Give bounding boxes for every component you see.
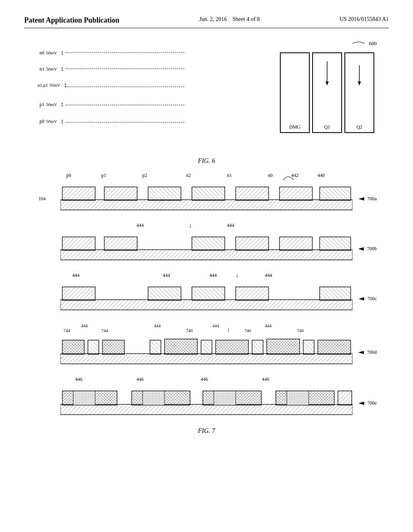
svg-rect-20 [63,237,95,250]
svg-rect-24 [280,237,312,250]
energy-line-n2p2 [65,87,184,87]
svg-rect-52 [60,404,353,414]
energy-label-p0: p0 50mV ↕ [32,118,64,125]
svg-rect-32 [320,287,351,300]
svg-700a [60,184,353,212]
svg-rect-23 [236,237,268,250]
svg-rect-29 [148,287,181,300]
svg-rect-28 [63,287,95,300]
svg-rect-16 [280,187,312,200]
structure-700d: 700d [60,337,353,368]
svg-rect-31 [236,287,268,300]
svg-rect-25 [320,237,351,250]
structure-row-700a: p0 p1 p2 n2 n1 n0 442 440 104 [32,172,381,214]
svg-rect-60 [287,391,309,405]
fig7-caption: FIG. 7 [32,427,381,434]
svg-rect-47 [303,340,314,354]
svg-rect-37 [60,353,353,364]
svg-rect-21 [104,237,137,250]
svg-rect-61 [338,391,352,405]
structure-row-700c: 444 444 444 ↓ 444 [32,272,381,314]
bracket-442-440 [280,172,312,182]
energy-label-n1: n1 50mV ↕ [32,65,64,73]
svg-marker-1 [325,81,329,85]
structure-row-700e: 446 446 446 446 [32,376,381,418]
energy-diagram: n0 50mV ↕ n1 50mV ↕ n2,p2 50mV ↕ p1 [32,48,186,137]
svg-rect-40 [102,340,124,354]
dmg-q1-q2-columns: DMG Q1 Q2 [280,52,381,133]
labels-700c: 444 444 444 ↓ 444 [60,272,353,284]
fig6-caption: FIG. 6 [24,157,389,164]
svg-rect-42 [165,339,197,354]
fig7-container: p0 p1 p2 n2 n1 n0 442 440 104 [24,172,389,434]
svg-rect-48 [318,340,350,354]
structure-row-700b: 444 ↓ 444 [32,222,381,264]
svg-rect-13 [148,187,181,200]
labels-700b: 444 ↓ 444 [60,222,353,234]
svg-marker-18 [359,197,364,200]
sheet-info: Sheet 4 of 8 [233,16,260,22]
structure-700e: 700e [60,388,353,418]
svg-700e [60,388,353,417]
energy-label-p1: p1 50mV ↕ [32,101,64,108]
energy-line-n1 [65,69,184,69]
svg-rect-54 [73,391,95,405]
energy-line-p0 [65,122,184,123]
energy-line-n0 [65,52,184,53]
q2-arrow [357,65,362,87]
svg-rect-45 [252,340,263,354]
labels-700e: 446 446 446 446 [60,376,353,388]
svg-rect-41 [150,340,161,354]
svg-rect-58 [214,391,236,405]
structure-700c: 700c [60,284,353,314]
fig6-container: n0 50mV ↕ n1 50mV ↕ n2,p2 50mV ↕ p1 [24,40,389,153]
svg-rect-38 [63,340,84,354]
publication-date: Jun. 2, 2016 [199,16,227,22]
page-header: Patent Application Publication Jun. 2, 2… [24,16,389,28]
energy-label-n2p2: n2,p2 50mV ↕ [32,81,67,89]
svg-rect-12 [104,187,137,200]
labels-700d: 744 444 744 444 740 444 ↓ 740 444 740 [60,322,353,337]
labels-700a: p0 p1 p2 n2 n1 n0 442 440 [60,172,353,184]
publication-title: Patent Application Publication [24,16,119,25]
structure-700a: 104 [60,184,353,214]
svg-rect-30 [192,287,225,300]
q-columns-diagram: 600 DMG Q1 [272,40,381,153]
svg-rect-56 [143,391,165,405]
structure-700b: 700b [60,234,353,264]
label-600: 600 [350,40,377,47]
svg-marker-62 [359,401,364,405]
svg-rect-15 [236,187,268,200]
page: Patent Application Publication Jun. 2, 2… [0,0,413,532]
svg-marker-33 [359,297,364,300]
svg-marker-49 [358,351,364,354]
svg-700d [60,337,353,366]
publication-date-sheet: Jun. 2, 2016 Sheet 4 of 8 [199,16,260,23]
svg-rect-46 [267,339,299,354]
energy-label-n0: n0 50mV ↕ [32,49,64,56]
dmg-column: DMG [280,52,310,133]
svg-700b [60,234,353,262]
svg-marker-3 [358,81,361,85]
svg-marker-26 [358,247,364,250]
q1-arrow [324,61,330,87]
svg-rect-17 [320,187,351,200]
svg-rect-14 [192,187,225,200]
svg-rect-27 [60,300,353,310]
svg-rect-22 [192,237,225,250]
q1-column: Q1 [312,52,342,133]
structure-row-700d: 744 444 744 444 740 444 ↓ 740 444 740 [32,322,381,368]
energy-line-p1 [65,105,184,105]
svg-rect-43 [201,340,212,354]
svg-rect-19 [60,250,353,260]
svg-rect-10 [60,200,353,210]
publication-number: US 2016/0155843 A1 [340,16,389,23]
svg-rect-44 [216,340,248,354]
svg-700c [60,284,353,312]
svg-rect-39 [88,340,99,354]
svg-rect-11 [63,187,95,200]
q2-column: Q2 [344,52,374,133]
